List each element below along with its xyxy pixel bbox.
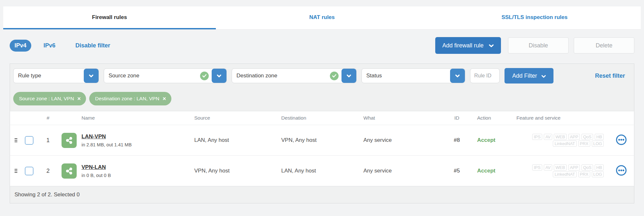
feature-badge: AV (544, 134, 552, 140)
source-zone-select-toggle[interactable] (212, 69, 226, 83)
active-filter-chips: Source zone : LAN, VPN ✕ Destination zon… (10, 83, 634, 111)
destination-zone-filter-chip[interactable]: Destination zone : LAN, VPN ✕ (89, 92, 171, 105)
rule-what: Any service (363, 137, 446, 143)
row-more-menu-button[interactable] (608, 164, 634, 178)
row-checkbox[interactable] (25, 136, 34, 145)
zone-to-zone-rule-icon (62, 133, 77, 148)
header-number: # (39, 115, 57, 121)
tab-nat-rules[interactable]: NAT rules (216, 6, 428, 29)
chip-label: Destination zone : LAN, VPN (95, 96, 159, 102)
rule-action: Accept (468, 168, 504, 174)
table-row: 2 VPN-LAN in 0 B, out 0 B VPN, Any host … (10, 155, 634, 186)
tab-firewall-rules[interactable]: Firewall rules (3, 6, 216, 29)
rule-what: Any service (363, 168, 446, 174)
rule-traffic: in 0 B, out 0 B (82, 173, 194, 178)
chevron-down-icon (542, 73, 546, 79)
status-select[interactable]: Status (361, 68, 465, 83)
rule-destination: LAN, Any host (281, 168, 363, 174)
source-zone-select[interactable]: Source zone (104, 68, 227, 83)
feature-badge: HB (595, 164, 604, 171)
drag-handle-icon[interactable] (14, 169, 17, 173)
close-icon[interactable]: ✕ (77, 96, 81, 101)
chevron-down-icon (217, 73, 221, 79)
zone-to-zone-rule-icon (62, 163, 77, 179)
feature-badge: QoS (582, 134, 593, 140)
drag-handle-icon[interactable] (14, 138, 17, 142)
row-number: 2 (39, 168, 57, 174)
chip-label: Source zone : LAN, VPN (19, 96, 74, 102)
table-row: 1 LAN-VPN in 2.81 MB, out 1.41 MB LAN, A… (10, 125, 634, 155)
feature-badge: WEB (554, 134, 567, 140)
add-firewall-rule-button[interactable]: Add firewall rule (435, 37, 501, 54)
row-checkbox[interactable] (25, 167, 34, 175)
delete-button[interactable]: Delete (574, 37, 634, 54)
rule-type-select-value: Rule type (14, 69, 84, 83)
feature-badge: WEB (554, 164, 567, 171)
source-zone-filter-chip[interactable]: Source zone : LAN, VPN ✕ (13, 92, 86, 105)
header-destination: Destination (281, 115, 363, 121)
tab-ssl-tls-inspection-rules[interactable]: SSL/TLS inspection rules (428, 6, 641, 29)
feature-badges: IPS AV WEB APP QoS HB LinkedNAT PRX LOG (504, 164, 608, 178)
rule-source: VPN, Any host (194, 168, 281, 174)
table-summary: Showing 2 of 2. Selected 0 (10, 186, 634, 203)
ipv4-filter-pill[interactable]: IPv4 (10, 40, 31, 52)
rule-action: Accept (468, 137, 504, 143)
rule-id: #8 (446, 137, 468, 143)
feature-badge: LinkedNAT (553, 171, 576, 177)
rule-traffic: in 2.81 MB, out 1.41 MB (82, 142, 194, 147)
chevron-down-icon (347, 73, 351, 79)
header-source: Source (194, 115, 281, 121)
feature-badge: LOG (592, 141, 604, 147)
source-zone-select-value: Source zone (104, 69, 200, 83)
feature-badge: IPS (532, 134, 542, 140)
disable-button[interactable]: Disable (508, 37, 569, 54)
row-more-menu-button[interactable] (608, 134, 634, 147)
chevron-down-icon (455, 73, 460, 79)
add-filter-button[interactable]: Add Filter (505, 68, 553, 83)
close-icon[interactable]: ✕ (162, 96, 166, 101)
ellipsis-circle-icon (615, 164, 627, 178)
rule-type-select-toggle[interactable] (84, 69, 99, 83)
rule-source: LAN, Any host (194, 137, 281, 143)
rule-type-select[interactable]: Rule type (13, 68, 99, 83)
destination-zone-select-value: Destination zone (232, 69, 330, 83)
rule-destination: VPN, Any host (281, 137, 363, 143)
filter-row: Rule type Source zone Destination zone (10, 64, 634, 83)
rule-id: #5 (446, 168, 468, 174)
disable-filter-link[interactable]: Disable filter (75, 42, 110, 49)
rule-id-input[interactable] (470, 68, 500, 83)
ellipsis-circle-icon (615, 134, 627, 147)
feature-badge: LOG (592, 171, 604, 177)
header-feature-and-service: Feature and service (504, 115, 608, 121)
destination-zone-select-toggle[interactable] (341, 69, 356, 83)
header-name: Name (82, 115, 194, 121)
feature-badge: APP (568, 164, 580, 171)
add-filter-label: Add Filter (512, 73, 537, 79)
status-select-toggle[interactable] (450, 69, 465, 83)
destination-zone-select[interactable]: Destination zone (232, 68, 357, 83)
feature-badge: QoS (582, 164, 593, 171)
feature-badge: PRX (578, 171, 590, 177)
reset-filter-link[interactable]: Reset filter (595, 73, 625, 79)
feature-badges: IPS AV WEB APP QoS HB LinkedNAT PRX LOG (504, 133, 608, 147)
feature-badge: AV (544, 164, 552, 171)
firewall-rules-panel: Rule type Source zone Destination zone (10, 64, 634, 203)
feature-badge: APP (568, 134, 580, 140)
rule-name-link[interactable]: LAN-VPN (82, 133, 106, 140)
chevron-down-icon (89, 73, 93, 79)
firewall-rules-table: # Name Source Destination What ID Action… (10, 111, 634, 186)
table-header-row: # Name Source Destination What ID Action… (10, 111, 634, 125)
ipv6-filter-link[interactable]: IPv6 (43, 42, 55, 49)
feature-badge: IPS (532, 164, 542, 171)
status-select-value: Status (362, 69, 450, 83)
feature-badge: LinkedNAT (553, 141, 576, 147)
row-number: 1 (39, 137, 57, 144)
header-id: ID (446, 115, 468, 121)
toolbar: IPv4 IPv6 Disable filter Add firewall ru… (10, 37, 634, 54)
header-action: Action (468, 115, 504, 121)
header-what: What (363, 115, 446, 121)
feature-badge: HB (595, 134, 604, 140)
rule-name-link[interactable]: VPN-LAN (82, 164, 106, 171)
check-circle-icon (200, 72, 209, 80)
check-circle-icon (330, 72, 339, 80)
